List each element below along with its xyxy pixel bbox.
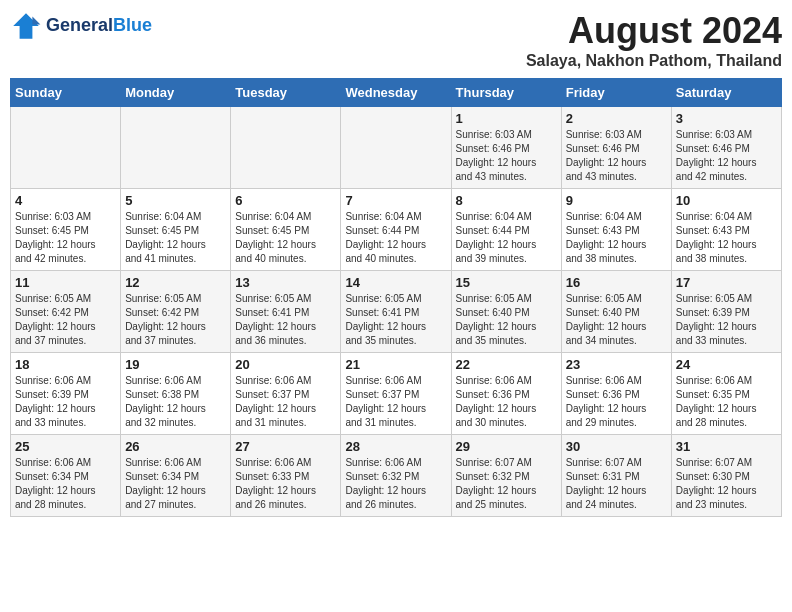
day-number: 8 <box>456 193 557 208</box>
calendar-day-12: 12Sunrise: 6:05 AM Sunset: 6:42 PM Dayli… <box>121 271 231 353</box>
day-info: Sunrise: 6:03 AM Sunset: 6:46 PM Dayligh… <box>456 128 557 184</box>
day-number: 3 <box>676 111 777 126</box>
weekday-header-friday: Friday <box>561 79 671 107</box>
empty-cell <box>231 107 341 189</box>
logo: GeneralBlue <box>10 10 152 42</box>
calendar-week-3: 11Sunrise: 6:05 AM Sunset: 6:42 PM Dayli… <box>11 271 782 353</box>
calendar-day-26: 26Sunrise: 6:06 AM Sunset: 6:34 PM Dayli… <box>121 435 231 517</box>
calendar-week-2: 4Sunrise: 6:03 AM Sunset: 6:45 PM Daylig… <box>11 189 782 271</box>
day-number: 31 <box>676 439 777 454</box>
day-number: 10 <box>676 193 777 208</box>
calendar-day-13: 13Sunrise: 6:05 AM Sunset: 6:41 PM Dayli… <box>231 271 341 353</box>
calendar-day-25: 25Sunrise: 6:06 AM Sunset: 6:34 PM Dayli… <box>11 435 121 517</box>
calendar-day-10: 10Sunrise: 6:04 AM Sunset: 6:43 PM Dayli… <box>671 189 781 271</box>
calendar-day-3: 3Sunrise: 6:03 AM Sunset: 6:46 PM Daylig… <box>671 107 781 189</box>
logo-text: GeneralBlue <box>46 16 152 36</box>
day-number: 12 <box>125 275 226 290</box>
day-info: Sunrise: 6:06 AM Sunset: 6:35 PM Dayligh… <box>676 374 777 430</box>
day-number: 18 <box>15 357 116 372</box>
day-info: Sunrise: 6:04 AM Sunset: 6:44 PM Dayligh… <box>456 210 557 266</box>
day-number: 30 <box>566 439 667 454</box>
day-number: 27 <box>235 439 336 454</box>
day-info: Sunrise: 6:03 AM Sunset: 6:45 PM Dayligh… <box>15 210 116 266</box>
empty-cell <box>11 107 121 189</box>
day-number: 19 <box>125 357 226 372</box>
calendar-day-29: 29Sunrise: 6:07 AM Sunset: 6:32 PM Dayli… <box>451 435 561 517</box>
day-number: 29 <box>456 439 557 454</box>
weekday-header-monday: Monday <box>121 79 231 107</box>
weekday-header-sunday: Sunday <box>11 79 121 107</box>
weekday-header-tuesday: Tuesday <box>231 79 341 107</box>
day-number: 9 <box>566 193 667 208</box>
calendar-week-5: 25Sunrise: 6:06 AM Sunset: 6:34 PM Dayli… <box>11 435 782 517</box>
day-info: Sunrise: 6:03 AM Sunset: 6:46 PM Dayligh… <box>676 128 777 184</box>
day-info: Sunrise: 6:06 AM Sunset: 6:39 PM Dayligh… <box>15 374 116 430</box>
day-number: 23 <box>566 357 667 372</box>
day-info: Sunrise: 6:05 AM Sunset: 6:40 PM Dayligh… <box>456 292 557 348</box>
day-info: Sunrise: 6:07 AM Sunset: 6:31 PM Dayligh… <box>566 456 667 512</box>
day-number: 1 <box>456 111 557 126</box>
calendar-day-5: 5Sunrise: 6:04 AM Sunset: 6:45 PM Daylig… <box>121 189 231 271</box>
day-number: 5 <box>125 193 226 208</box>
calendar-week-1: 1Sunrise: 6:03 AM Sunset: 6:46 PM Daylig… <box>11 107 782 189</box>
calendar-day-4: 4Sunrise: 6:03 AM Sunset: 6:45 PM Daylig… <box>11 189 121 271</box>
day-number: 14 <box>345 275 446 290</box>
day-number: 26 <box>125 439 226 454</box>
calendar-day-8: 8Sunrise: 6:04 AM Sunset: 6:44 PM Daylig… <box>451 189 561 271</box>
calendar-day-14: 14Sunrise: 6:05 AM Sunset: 6:41 PM Dayli… <box>341 271 451 353</box>
day-info: Sunrise: 6:03 AM Sunset: 6:46 PM Dayligh… <box>566 128 667 184</box>
day-number: 20 <box>235 357 336 372</box>
calendar-week-4: 18Sunrise: 6:06 AM Sunset: 6:39 PM Dayli… <box>11 353 782 435</box>
calendar-day-30: 30Sunrise: 6:07 AM Sunset: 6:31 PM Dayli… <box>561 435 671 517</box>
calendar-day-2: 2Sunrise: 6:03 AM Sunset: 6:46 PM Daylig… <box>561 107 671 189</box>
day-info: Sunrise: 6:05 AM Sunset: 6:41 PM Dayligh… <box>345 292 446 348</box>
day-number: 7 <box>345 193 446 208</box>
day-info: Sunrise: 6:05 AM Sunset: 6:40 PM Dayligh… <box>566 292 667 348</box>
page-header: GeneralBlue August 2024 Salaya, Nakhon P… <box>10 10 782 70</box>
day-number: 11 <box>15 275 116 290</box>
day-info: Sunrise: 6:07 AM Sunset: 6:32 PM Dayligh… <box>456 456 557 512</box>
title-block: August 2024 Salaya, Nakhon Pathom, Thail… <box>526 10 782 70</box>
calendar-day-31: 31Sunrise: 6:07 AM Sunset: 6:30 PM Dayli… <box>671 435 781 517</box>
day-info: Sunrise: 6:04 AM Sunset: 6:45 PM Dayligh… <box>125 210 226 266</box>
day-number: 6 <box>235 193 336 208</box>
empty-cell <box>121 107 231 189</box>
day-info: Sunrise: 6:05 AM Sunset: 6:42 PM Dayligh… <box>125 292 226 348</box>
calendar-day-1: 1Sunrise: 6:03 AM Sunset: 6:46 PM Daylig… <box>451 107 561 189</box>
day-number: 4 <box>15 193 116 208</box>
calendar-table: SundayMondayTuesdayWednesdayThursdayFrid… <box>10 78 782 517</box>
calendar-day-6: 6Sunrise: 6:04 AM Sunset: 6:45 PM Daylig… <box>231 189 341 271</box>
day-number: 13 <box>235 275 336 290</box>
svg-marker-1 <box>32 16 40 24</box>
day-number: 22 <box>456 357 557 372</box>
calendar-day-24: 24Sunrise: 6:06 AM Sunset: 6:35 PM Dayli… <box>671 353 781 435</box>
weekday-header-row: SundayMondayTuesdayWednesdayThursdayFrid… <box>11 79 782 107</box>
calendar-day-28: 28Sunrise: 6:06 AM Sunset: 6:32 PM Dayli… <box>341 435 451 517</box>
weekday-header-wednesday: Wednesday <box>341 79 451 107</box>
calendar-day-18: 18Sunrise: 6:06 AM Sunset: 6:39 PM Dayli… <box>11 353 121 435</box>
day-info: Sunrise: 6:06 AM Sunset: 6:37 PM Dayligh… <box>235 374 336 430</box>
day-info: Sunrise: 6:05 AM Sunset: 6:39 PM Dayligh… <box>676 292 777 348</box>
calendar-day-22: 22Sunrise: 6:06 AM Sunset: 6:36 PM Dayli… <box>451 353 561 435</box>
location: Salaya, Nakhon Pathom, Thailand <box>526 52 782 70</box>
day-info: Sunrise: 6:06 AM Sunset: 6:34 PM Dayligh… <box>125 456 226 512</box>
calendar-day-16: 16Sunrise: 6:05 AM Sunset: 6:40 PM Dayli… <box>561 271 671 353</box>
day-info: Sunrise: 6:04 AM Sunset: 6:43 PM Dayligh… <box>676 210 777 266</box>
day-info: Sunrise: 6:04 AM Sunset: 6:44 PM Dayligh… <box>345 210 446 266</box>
day-info: Sunrise: 6:06 AM Sunset: 6:32 PM Dayligh… <box>345 456 446 512</box>
day-number: 24 <box>676 357 777 372</box>
day-info: Sunrise: 6:05 AM Sunset: 6:42 PM Dayligh… <box>15 292 116 348</box>
day-info: Sunrise: 6:04 AM Sunset: 6:43 PM Dayligh… <box>566 210 667 266</box>
day-info: Sunrise: 6:06 AM Sunset: 6:34 PM Dayligh… <box>15 456 116 512</box>
day-info: Sunrise: 6:05 AM Sunset: 6:41 PM Dayligh… <box>235 292 336 348</box>
day-number: 15 <box>456 275 557 290</box>
day-number: 17 <box>676 275 777 290</box>
empty-cell <box>341 107 451 189</box>
calendar-day-11: 11Sunrise: 6:05 AM Sunset: 6:42 PM Dayli… <box>11 271 121 353</box>
day-number: 16 <box>566 275 667 290</box>
day-number: 28 <box>345 439 446 454</box>
calendar-day-9: 9Sunrise: 6:04 AM Sunset: 6:43 PM Daylig… <box>561 189 671 271</box>
day-info: Sunrise: 6:06 AM Sunset: 6:37 PM Dayligh… <box>345 374 446 430</box>
calendar-day-20: 20Sunrise: 6:06 AM Sunset: 6:37 PM Dayli… <box>231 353 341 435</box>
logo-icon <box>10 10 42 42</box>
